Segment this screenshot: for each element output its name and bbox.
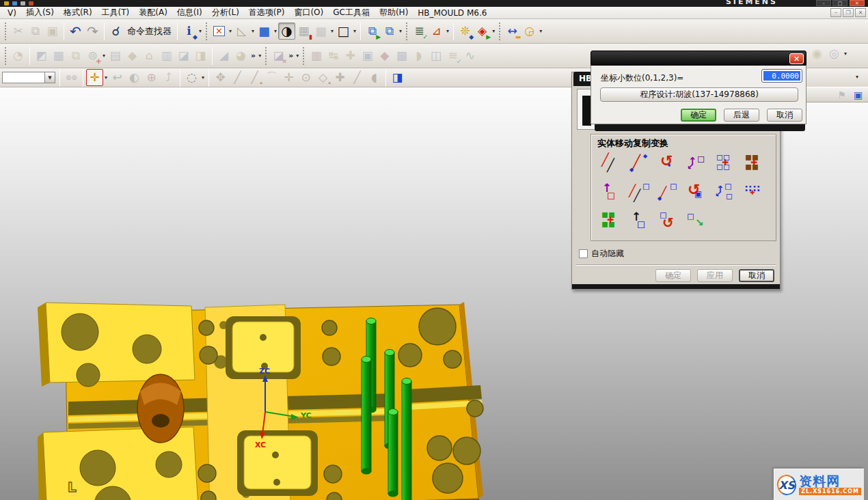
quick-access-icon[interactable] (21, 1, 25, 5)
sweep-icon[interactable]: ◉ (809, 45, 826, 62)
wcs-orient-icon[interactable]: ⊿ (428, 23, 445, 40)
menu-item-tools[interactable]: 工具(T) (97, 6, 135, 19)
selection-filter-combo-arrow[interactable]: ▼ (44, 72, 55, 83)
surface-sew-icon[interactable]: ▩ (393, 47, 410, 64)
csys-copy-icon[interactable]: ↑↙◻◻ (713, 181, 740, 204)
rotate-icon[interactable]: ↺• (655, 152, 683, 176)
menu-item-gc-toolbox[interactable]: GC工具箱 (328, 6, 375, 19)
snap-center-icon[interactable]: ⊙ (297, 69, 314, 86)
feature-pattern-icon[interactable]: ⧉ (67, 47, 84, 64)
dropdown-arrow[interactable]: ▾ (446, 28, 449, 34)
gray-cube-icon[interactable]: ■ (312, 23, 329, 40)
selection-filter-combo-field[interactable] (2, 72, 44, 83)
toolbar-grip[interactable] (302, 47, 306, 65)
decimal-places-input[interactable] (762, 70, 802, 82)
dropdown-arrow[interactable]: ▾ (296, 53, 299, 59)
dropdown-arrow[interactable]: ▾ (252, 28, 254, 34)
feature-draft-icon[interactable]: ◆ (124, 47, 141, 64)
model-locating-ring[interactable] (137, 374, 184, 443)
palette-icon[interactable]: ❊◆ (457, 23, 474, 40)
display-window-icon[interactable]: ✕ (211, 23, 228, 40)
surface-scale-icon[interactable]: ≋✓ (444, 47, 461, 64)
fit-view-icon[interactable]: ▣ (851, 88, 865, 101)
toolbar-overflow-arrow[interactable]: ▾ (856, 74, 858, 80)
visual-variant-icon[interactable]: ◈▶ (474, 23, 491, 40)
overflow-chevron[interactable]: » (251, 51, 256, 60)
dropdown-arrow[interactable]: ▾ (399, 28, 402, 34)
quick-access-icon[interactable] (12, 1, 17, 5)
finish-flag-icon[interactable]: ⚑ (835, 88, 849, 101)
face-color-swatch-icon[interactable]: □ (335, 23, 352, 40)
surface-patch-icon[interactable]: ◗ (410, 47, 427, 64)
feature-delete-body-icon[interactable]: ◪✕ (270, 47, 287, 64)
menu-item-format[interactable]: 格式(R) (59, 6, 97, 19)
undo-icon[interactable]: ↶ (67, 23, 84, 40)
dropdown-arrow[interactable]: ▾ (539, 28, 542, 34)
snap-point-toggle-icon[interactable]: ✛ (86, 69, 103, 86)
dialog-back-button[interactable]: 后退 (724, 109, 759, 122)
dropdown-arrow[interactable]: ▾ (105, 74, 107, 81)
view-in-window-icon[interactable]: ⧉▶ (364, 23, 381, 40)
dropdown-arrow[interactable]: ▾ (844, 51, 847, 57)
snap-rotate-point-icon[interactable]: ⊕ (143, 69, 160, 86)
solid-cube-icon[interactable]: ■ (256, 23, 273, 40)
redo-icon[interactable]: ↷ (84, 23, 101, 40)
dropdown-arrow[interactable]: ▾ (229, 28, 232, 34)
paste-icon[interactable]: ▣ (44, 23, 61, 40)
mirror-array-solid-icon[interactable]: ◼◼◼◼✚ (742, 152, 769, 176)
menu-item-preferences[interactable]: 首选项(P) (244, 6, 290, 19)
move-vertical-icon[interactable]: ↑◻ (598, 181, 625, 204)
selection-scope-icon[interactable]: ⊛⊛ (63, 69, 80, 86)
snap-midpoint-icon[interactable]: ╱• (246, 69, 263, 86)
translate-icon[interactable]: ╱╱ (598, 152, 625, 176)
feature-shell-icon[interactable]: ▦ (308, 47, 325, 64)
doc-minimize-button[interactable]: – (830, 8, 841, 17)
snap-endpoint-icon[interactable]: ╱ (229, 69, 246, 86)
feature-sketch-shapes-icon[interactable]: ⊚✚ (84, 47, 101, 64)
mirror-array-icon[interactable]: ◻◻◻◻✚ (713, 152, 740, 176)
feature-hole-array-icon[interactable]: ▦ (50, 47, 67, 64)
dialog-close-icon[interactable]: ✕ (789, 53, 804, 64)
dialog-ok-button[interactable]: 确定 (681, 109, 716, 122)
toolbar-grip[interactable] (405, 23, 409, 40)
info-icon[interactable]: ℹ◆ (180, 23, 198, 40)
dropdown-arrow[interactable]: ▾ (199, 28, 202, 34)
surface-offset-icon[interactable]: ◫ (427, 47, 444, 64)
measure-distance-icon[interactable]: ↔▬ (504, 23, 521, 40)
dropdown-arrow[interactable]: ▾ (202, 74, 204, 81)
snap-arc-icon[interactable]: ⌒ (263, 69, 280, 86)
dropdown-arrow[interactable]: ▾ (331, 28, 334, 34)
dialog-titlebar[interactable]: ✕ (591, 51, 806, 66)
dropdown-arrow[interactable]: ▾ (492, 28, 495, 34)
panel-cancel-button[interactable]: 取消 (739, 269, 774, 282)
boolean-unite-icon[interactable]: ✚ (342, 47, 359, 64)
window-close-button[interactable]: ✕ (850, 0, 865, 6)
curve-spline-icon[interactable]: ∿ (461, 47, 478, 64)
rotate-square-icon[interactable]: ◻↺ (655, 210, 683, 233)
tube-icon[interactable]: ◎ (826, 45, 843, 62)
command-finder-icon[interactable]: ☌ (107, 23, 124, 40)
toolbar-grip[interactable] (498, 23, 502, 40)
menu-item-assemblies[interactable]: 装配(A) (134, 6, 172, 19)
datum-plane-icon[interactable]: ◺ (233, 23, 250, 40)
boolean-subtract-icon[interactable]: ▣ (359, 47, 376, 64)
wireframe-pin-cube-icon[interactable]: ▦▮ (295, 23, 312, 40)
feature-join-icon[interactable]: ◨ (192, 47, 209, 64)
view-orient-cube-icon[interactable]: ◨ (389, 69, 406, 86)
mold-plate-model[interactable]: ZC YC XC (38, 204, 489, 500)
feature-blend-icon[interactable]: ◕ (232, 47, 249, 64)
feature-chamfer-icon[interactable]: ◢ (215, 47, 232, 64)
cut-icon[interactable]: ✂ (10, 23, 27, 40)
feature-thicken-icon[interactable]: ↹ (325, 47, 342, 64)
menu-item-hb-mould[interactable]: HB_MOULD M6.6 (413, 8, 491, 18)
feature-block-icon[interactable]: ▤ (107, 47, 124, 64)
dialog-cancel-button[interactable]: 取消 (767, 109, 802, 122)
boolean-intersect-icon[interactable]: ◆ (376, 47, 393, 64)
toolbar-grip[interactable] (205, 23, 208, 40)
menu-item-view-partial[interactable]: V) (3, 8, 21, 18)
copy-rotate-icon[interactable]: ↺▣ (684, 181, 711, 204)
toolbar-grip[interactable] (4, 23, 8, 40)
feature-datum-icon[interactable]: ◩ (33, 47, 50, 64)
window-maximize-button[interactable]: ▢ (832, 0, 847, 6)
measure-angle-icon[interactable]: ◶ (521, 23, 538, 40)
